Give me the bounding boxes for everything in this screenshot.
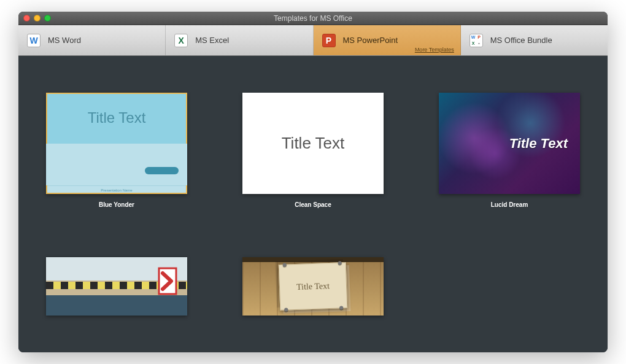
- template-thumbnail[interactable]: Title Text: [242, 257, 384, 316]
- template-grid-row2: Title Text: [37, 257, 589, 316]
- window-title: Templates for MS Office: [18, 14, 608, 23]
- titlebar[interactable]: Templates for MS Office: [18, 12, 608, 25]
- slide-title-placeholder: Title Text: [282, 134, 345, 153]
- note-card: Title Text: [279, 262, 348, 311]
- traffic-lights: [23, 15, 51, 21]
- template-thumbnail[interactable]: [46, 257, 187, 316]
- slide-title-placeholder: Title Text: [296, 281, 330, 292]
- zoom-button[interactable]: [44, 15, 51, 21]
- tab-label: MS Excel: [195, 36, 229, 45]
- excel-icon: X: [174, 34, 188, 47]
- tab-ms-powerpoint[interactable]: P MS PowerPoint More Templates: [314, 25, 461, 55]
- template-name: Lucid Dream: [491, 201, 528, 208]
- chevron-sign-icon: [156, 266, 179, 296]
- template-grid: Title Text Presentation Name Blue Yonder…: [37, 93, 589, 208]
- bundle-icon: W P X •: [470, 34, 483, 47]
- tab-label: MS Office Bundle: [490, 36, 552, 45]
- powerpoint-icon: P: [322, 34, 336, 47]
- word-icon: W: [27, 34, 41, 47]
- more-templates-link[interactable]: More Templates: [415, 47, 454, 53]
- template-name: Blue Yonder: [99, 201, 134, 208]
- template-item-lucid-dream[interactable]: Title Text Lucid Dream: [430, 93, 589, 208]
- tab-ms-excel[interactable]: X MS Excel: [166, 25, 313, 55]
- slide-title-placeholder: Title Text: [509, 136, 568, 152]
- app-window: Templates for MS Office W MS Word X MS E…: [18, 12, 608, 352]
- slide-button-shape: [145, 167, 179, 174]
- minimize-button[interactable]: [34, 15, 41, 21]
- slide-body: [46, 144, 187, 186]
- template-item-wood[interactable]: Title Text: [233, 257, 393, 316]
- slide-title-placeholder: Title Text: [46, 93, 187, 144]
- tab-label: MS Word: [48, 36, 81, 45]
- template-thumbnail[interactable]: Title Text: [242, 93, 384, 194]
- template-name: Clean Space: [295, 201, 331, 208]
- close-button[interactable]: [23, 15, 30, 21]
- tab-label: MS PowerPoint: [343, 36, 398, 45]
- tab-ms-office-bundle[interactable]: W P X • MS Office Bundle: [461, 25, 608, 55]
- slide-footer: Presentation Name: [46, 185, 187, 194]
- template-item-road[interactable]: [37, 257, 196, 316]
- template-item-blue-yonder[interactable]: Title Text Presentation Name Blue Yonder: [37, 93, 196, 208]
- template-grid-area[interactable]: Title Text Presentation Name Blue Yonder…: [18, 56, 608, 352]
- template-thumbnail[interactable]: Title Text: [439, 93, 580, 194]
- tab-ms-word[interactable]: W MS Word: [18, 25, 166, 55]
- template-item-clean-space[interactable]: Title Text Clean Space: [233, 93, 393, 208]
- template-thumbnail[interactable]: Title Text Presentation Name: [46, 93, 187, 194]
- category-toolbar: W MS Word X MS Excel P MS PowerPoint Mor…: [18, 25, 608, 56]
